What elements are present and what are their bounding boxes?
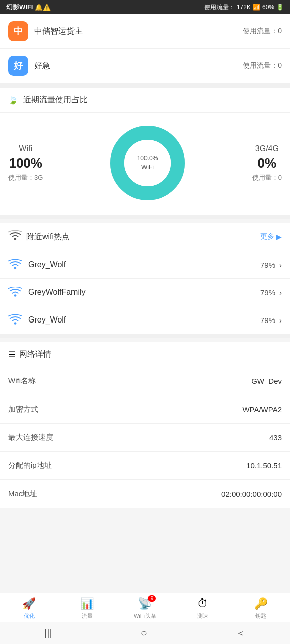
- wifi-news-label: WiFi头条: [134, 612, 156, 620]
- system-nav: ||| ○ ＜: [0, 622, 290, 644]
- traffic-status-value: 172K: [237, 4, 251, 11]
- traffic-icon: 🍃: [8, 95, 18, 105]
- app-traffic-2: 使用流量：0: [243, 61, 282, 70]
- status-bar: 幻影WIFI 🔔⚠️ 使用流量： 172K 📶 60%🔋: [0, 0, 290, 14]
- chevron-right-icon: ▶: [276, 233, 282, 241]
- network-details-header: ☰ 网络详情: [0, 342, 290, 367]
- detail-row-0: Wifi名称 GW_Dev: [0, 367, 290, 395]
- divider-1: [0, 84, 290, 88]
- wifi-hotspot-header: 附近wifi热点 更多 ▶: [0, 223, 290, 251]
- nav-item-speed[interactable]: ⏱ 测速: [188, 597, 218, 620]
- speed-icon: ⏱: [197, 597, 208, 610]
- detail-value-2: 433: [269, 433, 282, 442]
- svg-point-4: [14, 267, 17, 269]
- battery-status: 📶: [253, 4, 260, 11]
- battery-percent: 60%: [262, 4, 274, 11]
- cell-label-name: 3G/4G: [252, 144, 282, 153]
- traffic-label: 流量: [82, 612, 93, 620]
- wifi-hotspot-title: 附近wifi热点: [26, 232, 70, 243]
- network-details-title: 网络详情: [19, 349, 51, 360]
- app-list: 中 中储智运货主 使用流量：0 好 好急 使用流量：0: [0, 14, 290, 84]
- wifi-label-percent: 100%: [8, 155, 43, 171]
- chevron-right-icon-2: ›: [279, 316, 282, 325]
- app-item-1-left: 中 中储智运货主: [8, 21, 83, 41]
- detail-label-3: 分配的ip地址: [8, 461, 52, 470]
- more-button[interactable]: 更多 ▶: [260, 232, 282, 242]
- wifi-traffic-label: Wifi 100% 使用量：3G: [8, 144, 43, 182]
- wifi-item-0[interactable]: Grey_Wolf 79% ›: [0, 251, 290, 279]
- detail-row-1: 加密方式 WPA/WPA2: [0, 395, 290, 424]
- detail-row-3: 分配的ip地址 10.1.50.51: [0, 452, 290, 480]
- wifi-signal-percent-2: 79%: [260, 316, 275, 325]
- traffic-icon: 📊: [80, 597, 94, 610]
- network-details-icon: ☰: [8, 350, 15, 359]
- chevron-right-icon-0: ›: [279, 261, 282, 269]
- wifi-item-2-left: Grey_Wolf: [8, 314, 66, 326]
- nav-item-wifi-news[interactable]: 📡 9 WiFi头条: [130, 597, 160, 620]
- detail-label-4: Mac地址: [8, 489, 37, 499]
- detail-label-0: Wifi名称: [8, 376, 36, 386]
- menu-button[interactable]: |||: [44, 627, 52, 639]
- wifi-item-0-left: Grey_Wolf: [8, 259, 66, 270]
- detail-value-1: WPA/WPA2: [242, 405, 282, 414]
- home-button[interactable]: ○: [141, 627, 147, 639]
- app-name-2: 好急: [34, 61, 50, 71]
- app-name-1: 中储智运货主: [34, 26, 83, 37]
- wifi-label-usage: 使用量：3G: [8, 173, 43, 182]
- nav-item-optimize[interactable]: 🚀 优化: [14, 597, 44, 620]
- wifi-signal-1: 79% ›: [260, 288, 282, 297]
- optimize-label: 优化: [24, 612, 35, 620]
- wifi-item-1-left: GreyWolfFamily: [8, 287, 86, 298]
- donut-chart: 100.0% WiFi: [107, 123, 188, 203]
- wifi-signal-percent-0: 79%: [260, 261, 275, 269]
- cell-traffic-label: 3G/4G 0% 使用量：0: [252, 144, 282, 182]
- app-item-1[interactable]: 中 中储智运货主 使用流量：0: [0, 14, 290, 49]
- optimize-icon: 🚀: [22, 597, 36, 610]
- wifi-signal-2: 79% ›: [260, 316, 282, 325]
- nav-item-traffic[interactable]: 📊 流量: [72, 597, 102, 620]
- donut-center-text: 100.0% WiFi: [137, 154, 158, 172]
- cell-label-percent: 0%: [252, 155, 282, 171]
- svg-point-6: [14, 322, 17, 325]
- wifi-item-1-icon: [8, 287, 22, 298]
- wifi-signal-percent-1: 79%: [260, 288, 275, 297]
- back-button[interactable]: ＜: [236, 626, 246, 640]
- detail-label-2: 最大连接速度: [8, 433, 53, 442]
- detail-row-4: Mac地址 02:00:00:00:00:00: [0, 480, 290, 508]
- wifi-name-2: Grey_Wolf: [28, 315, 66, 325]
- detail-row-2: 最大连接速度 433: [0, 424, 290, 452]
- traffic-section-header: 🍃 近期流量使用占比: [0, 88, 290, 113]
- svg-point-5: [14, 294, 17, 297]
- detail-value-3: 10.1.50.51: [246, 461, 282, 470]
- status-icons: 🔔⚠️: [35, 4, 51, 11]
- nav-items: 🚀 优化 📊 流量 📡 9 WiFi头条 ⏱ 测速 🔑 钥匙: [0, 593, 290, 622]
- wifi-label-name: Wifi: [8, 144, 43, 153]
- app-name-status: 幻影WIFI: [6, 3, 33, 12]
- wifi-item-1[interactable]: GreyWolfFamily 79% ›: [0, 279, 290, 306]
- nav-item-key[interactable]: 🔑 钥匙: [246, 597, 276, 620]
- wifi-hotspot-icon: [8, 230, 22, 244]
- wifi-item-2-icon: [8, 314, 22, 326]
- detail-value-4: 02:00:00:00:00:00: [221, 490, 282, 498]
- app-icon-1: 中: [8, 21, 28, 41]
- app-icon-2: 好: [8, 56, 28, 76]
- detail-value-0: GW_Dev: [251, 377, 282, 385]
- traffic-status-label: 使用流量：: [204, 3, 235, 12]
- status-left: 幻影WIFI 🔔⚠️: [6, 3, 51, 12]
- divider-3: [0, 334, 290, 338]
- wifi-signal-icon: [8, 230, 22, 242]
- wifi-news-icon: 📡 9: [138, 597, 152, 610]
- app-traffic-1: 使用流量：0: [243, 27, 282, 36]
- svg-point-3: [14, 238, 17, 240]
- app-item-2[interactable]: 好 好急 使用流量：0: [0, 49, 290, 84]
- traffic-chart-area: Wifi 100% 使用量：3G 100.0% WiFi 3G/4G 0% 使用: [0, 113, 290, 215]
- divider-2: [0, 215, 290, 219]
- bottom-nav: 🚀 优化 📊 流量 📡 9 WiFi头条 ⏱ 测速 🔑 钥匙 ||| ○ ＜: [0, 593, 290, 644]
- chevron-right-icon-1: ›: [279, 288, 282, 297]
- wifi-hotspot-header-left: 附近wifi热点: [8, 230, 70, 244]
- detail-label-1: 加密方式: [8, 405, 38, 414]
- main-content: 中 中储智运货主 使用流量：0 好 好急 使用流量：0 🍃 近期流量使用占比: [0, 14, 290, 574]
- wifi-item-2[interactable]: Grey_Wolf 79% ›: [0, 306, 290, 334]
- wifi-news-badge: 9: [148, 595, 156, 602]
- speed-label: 测速: [197, 612, 208, 620]
